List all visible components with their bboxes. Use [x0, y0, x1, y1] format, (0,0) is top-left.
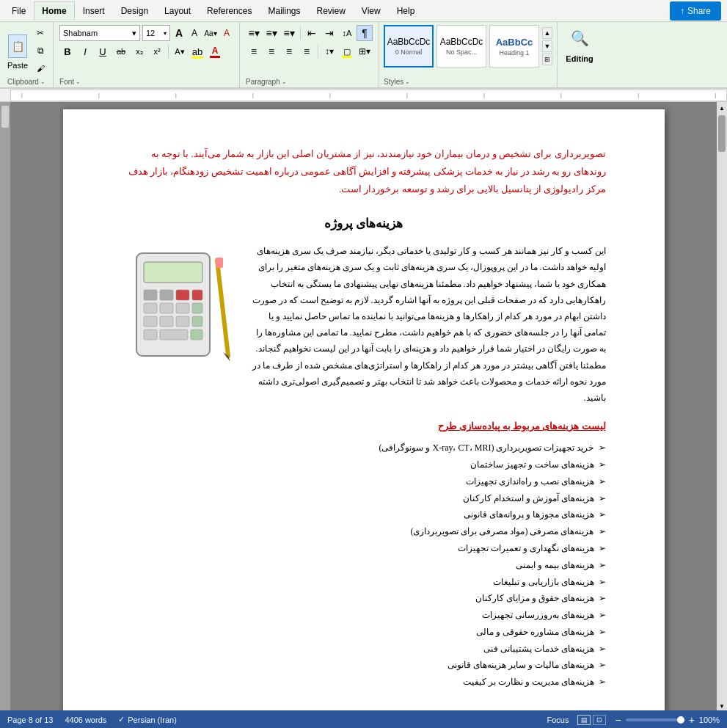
tab-references[interactable]: References: [199, 1, 260, 21]
align-center-button[interactable]: ≡: [263, 43, 280, 59]
font-grow-button[interactable]: A: [172, 26, 186, 40]
vertical-scrollbar[interactable]: ▲ ▼: [717, 102, 727, 710]
list-item: ➢ هزینه‌های بیمه و ایمنی: [122, 557, 606, 574]
scroll-up-arrow[interactable]: ▲: [717, 103, 726, 112]
tab-mailings[interactable]: Mailings: [260, 1, 308, 21]
superscript-button[interactable]: x²: [149, 43, 165, 59]
subscript-button[interactable]: x₂: [131, 43, 147, 59]
paste-button[interactable]: 📋 Paste: [4, 32, 31, 70]
list-heading: لیست هزینه‌های مربوط به پیاده‌سازی طرح: [122, 421, 606, 432]
tab-design[interactable]: Design: [113, 1, 156, 21]
svg-rect-13: [192, 316, 202, 327]
list-item: ➢ هزینه‌های مالیات و سایر هزینه‌های قانو…: [122, 657, 606, 674]
bullets-button[interactable]: ≡▾: [246, 25, 262, 41]
strikethrough-button[interactable]: ab: [112, 43, 130, 59]
list-item: ➢ هزینه‌های مشاوره حقوقی و مالی: [122, 624, 606, 641]
shading-button[interactable]: ▢: [339, 43, 355, 59]
styles-scroll-down[interactable]: ▼: [542, 40, 552, 52]
clipboard-expand-icon[interactable]: ⌄: [40, 79, 45, 85]
styles-scroll-up[interactable]: ▲: [542, 27, 552, 39]
scroll-thumb[interactable]: [718, 115, 726, 152]
status-bar: Page 8 of 13 4406 words ✓ Persian (Iran)…: [0, 710, 727, 728]
list-item: ➢ هزینه‌های به‌روزرسانی تجهیزات: [122, 607, 606, 624]
font-size-dropdown[interactable]: 12▾: [142, 25, 170, 41]
bold-button[interactable]: B: [59, 43, 76, 59]
svg-rect-5: [192, 290, 202, 300]
tab-layout[interactable]: Layout: [156, 1, 199, 21]
view-icons: ▤ ⊡: [577, 715, 606, 725]
format-painter-button[interactable]: 🖌: [32, 60, 48, 76]
text-effects-button[interactable]: A▾: [172, 43, 188, 59]
left-margin: [0, 102, 10, 710]
share-button[interactable]: ↑ Share: [670, 1, 721, 21]
paragraph-expand-icon[interactable]: ⌄: [282, 79, 287, 85]
italic-button[interactable]: I: [77, 43, 93, 59]
tab-insert[interactable]: Insert: [75, 1, 113, 21]
clipboard-section: 📋 Paste ✂ ⧉ 🖌 Clipboard ⌄: [0, 22, 54, 87]
multilevel-list-button[interactable]: ≡▾: [281, 25, 297, 41]
svg-rect-12: [176, 316, 189, 327]
style-no-spacing[interactable]: AaBbCcDc No Spac...: [436, 25, 486, 68]
line-spacing-button[interactable]: ↕▾: [321, 43, 337, 59]
list-item: ➢ خرید تجهیزات تصویربرداری (X-ray، CT، M…: [122, 440, 606, 456]
change-case-button[interactable]: Aa▾: [203, 26, 218, 40]
copy-button[interactable]: ⧉: [32, 43, 48, 59]
svg-rect-16: [191, 330, 202, 340]
styles-more[interactable]: ⊞: [542, 54, 552, 65]
bullet-list: ➢ خرید تجهیزات تصویربرداری (X-ray، CT، M…: [122, 440, 606, 691]
focus-button[interactable]: Focus: [547, 716, 569, 724]
list-item: ➢ هزینه‌های مصرفی (مواد مصرفی برای تصویر…: [122, 523, 606, 540]
font-label: Font ⌄: [59, 78, 233, 86]
font-shrink-button[interactable]: A: [188, 26, 201, 40]
margin-handle[interactable]: [1, 106, 9, 128]
intro-paragraph: تصویربرداری برای تشخیص و درمان بیماران خ…: [122, 146, 606, 198]
increase-indent-button[interactable]: ⇥: [321, 25, 337, 41]
tab-view[interactable]: View: [354, 1, 389, 21]
styles-expand-icon[interactable]: ⌄: [405, 79, 410, 85]
justify-button[interactable]: ≡: [299, 43, 315, 59]
align-right-button[interactable]: ≡: [281, 43, 297, 59]
underline-button[interactable]: U: [95, 43, 111, 59]
zoom-slider[interactable]: [626, 718, 684, 721]
numbering-button[interactable]: ≡▾: [263, 25, 280, 41]
borders-button[interactable]: ⊞▾: [357, 43, 373, 59]
cut-button[interactable]: ✂: [32, 25, 48, 41]
decrease-indent-button[interactable]: ⇤: [304, 25, 320, 41]
list-item: ➢ هزینه‌های بازاریابی و تبلیغات: [122, 574, 606, 591]
tab-help[interactable]: Help: [389, 1, 423, 21]
svg-rect-2: [144, 290, 157, 300]
print-layout-icon[interactable]: ▤: [577, 715, 591, 725]
svg-rect-4: [176, 290, 189, 300]
tab-review[interactable]: Review: [308, 1, 353, 21]
font-color-button[interactable]: A: [207, 43, 223, 59]
show-formatting-button[interactable]: ¶: [357, 25, 373, 41]
clipboard-label: Clipboard ⌄: [7, 78, 45, 86]
svg-rect-3: [160, 290, 173, 300]
list-item: ➢ هزینه‌های حقوق و مزایای کارکنان: [122, 590, 606, 607]
tab-file[interactable]: File: [4, 1, 34, 21]
list-item: ➢ هزینه‌های خدمات پشتیبانی فنی: [122, 641, 606, 658]
zoom-out-button[interactable]: −: [615, 714, 621, 726]
clear-format-button[interactable]: A: [220, 26, 233, 40]
zoom-level: 100%: [699, 716, 720, 724]
font-name-dropdown[interactable]: Shabnam▾: [59, 25, 140, 41]
style-heading1[interactable]: AaBbCc Heading 1: [489, 25, 539, 68]
list-item: ➢ هزینه‌های ساخت و تجهیز ساختمان: [122, 456, 606, 473]
spell-check-icon: ✓: [118, 715, 125, 724]
text-highlight-button[interactable]: ab: [189, 43, 205, 59]
document-page: تصویربرداری برای تشخیص و درمان بیماران خ…: [63, 109, 665, 710]
zoom-thumb[interactable]: [677, 716, 684, 724]
tab-home[interactable]: Home: [34, 1, 74, 21]
font-expand-icon[interactable]: ⌄: [76, 79, 81, 85]
section-heading: هزینه‌های پروژه: [122, 216, 606, 231]
web-layout-icon[interactable]: ⊡: [593, 715, 606, 725]
sort-button[interactable]: ↕A: [339, 25, 355, 41]
zoom-in-button[interactable]: +: [689, 714, 695, 726]
scroll-down-arrow[interactable]: ▼: [717, 702, 726, 710]
language-indicator: ✓ Persian (Iran): [118, 715, 177, 724]
body-text: این کسب و کار نیز همانند هر کسب و کار تو…: [251, 243, 606, 406]
search-button[interactable]: 🔍: [566, 25, 593, 51]
align-left-button[interactable]: ≡: [246, 43, 262, 59]
style-normal[interactable]: AaBbCcDc 0 Normal: [384, 25, 434, 68]
calculator-image: [122, 246, 239, 381]
